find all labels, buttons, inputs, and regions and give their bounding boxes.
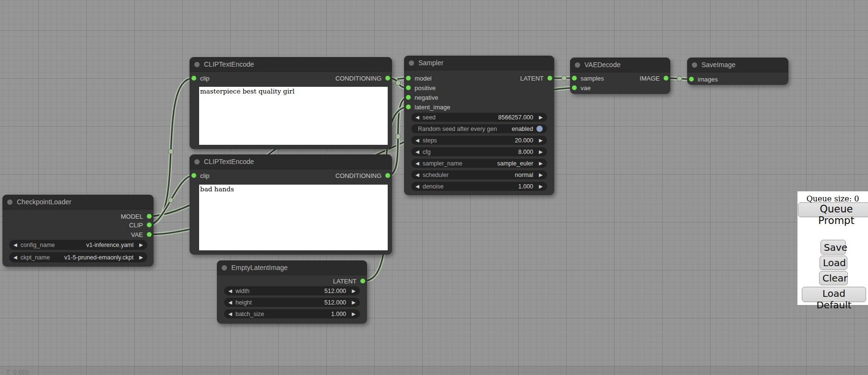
node-title-bar[interactable]: SaveImage <box>687 58 788 72</box>
negative-prompt-textarea[interactable]: bad hands <box>199 185 388 250</box>
increment-arrow-icon[interactable] <box>539 138 543 143</box>
collapse-dot-icon[interactable] <box>575 62 580 68</box>
collapse-dot-icon[interactable] <box>222 265 227 270</box>
widget-label: seed <box>423 114 436 121</box>
positive-prompt-textarea[interactable]: masterpiece best quality girl <box>199 87 388 145</box>
decrement-arrow-icon[interactable] <box>228 288 232 293</box>
widget-scheduler[interactable]: scheduler normal <box>411 170 547 179</box>
input-slot-images[interactable] <box>689 77 694 82</box>
node-clip-text-encode-negative[interactable]: CLIPTextEncode clip CONDITIONING bad han… <box>190 154 392 255</box>
input-slot-negative[interactable] <box>406 95 411 100</box>
link-midpoint-dot <box>677 76 682 81</box>
widget-value: 512.000 <box>324 288 346 294</box>
input-label: images <box>698 76 718 83</box>
decrement-arrow-icon[interactable] <box>416 184 419 189</box>
node-sampler[interactable]: Sampler model LATENT positive negative l… <box>404 56 554 195</box>
input-slot-clip[interactable] <box>191 76 196 81</box>
output-slot-clip[interactable] <box>147 223 152 227</box>
widget-cfg[interactable]: cfg 8.000 <box>411 147 547 156</box>
output-slot-vae[interactable] <box>147 232 152 237</box>
decrement-arrow-icon[interactable] <box>228 311 232 316</box>
slot-row: VAE <box>4 230 152 239</box>
widget-seed[interactable]: seed 8566257.000 <box>411 113 547 122</box>
widget-batch-size[interactable]: batch_size 1.000 <box>224 309 360 318</box>
input-slot-positive[interactable] <box>406 85 411 90</box>
node-title-bar[interactable]: VAEDecode <box>570 58 670 72</box>
toggle-icon[interactable] <box>536 126 543 132</box>
widget-value: sample_euler <box>497 160 533 167</box>
input-label: model <box>415 75 431 82</box>
widget-config-name[interactable]: config_name v1-inference.yaml <box>9 240 147 250</box>
decrement-arrow-icon[interactable] <box>416 161 419 166</box>
node-empty-latent-image[interactable]: EmptyLatentImage LATENT width 512.000 he… <box>217 260 367 324</box>
output-slot-latent[interactable] <box>547 76 552 81</box>
output-label: IMAGE <box>640 75 660 82</box>
increment-arrow-icon[interactable] <box>539 115 543 120</box>
graph-canvas[interactable]: CheckpointLoader MODEL CLIP VAE config_n… <box>0 0 868 375</box>
node-title-bar[interactable]: CheckpointLoader <box>2 195 154 210</box>
collapse-dot-icon[interactable] <box>194 62 200 67</box>
increment-arrow-icon[interactable] <box>352 288 356 293</box>
queue-prompt-button[interactable]: Queue Prompt <box>798 202 868 217</box>
load-button[interactable]: Load <box>820 256 847 270</box>
increment-arrow-icon[interactable] <box>539 161 543 166</box>
slot-row: clip CONDITIONING <box>191 74 390 82</box>
widget-random-seed-toggle[interactable]: Random seed after every gen enabled <box>411 124 547 133</box>
node-title-bar[interactable]: Sampler <box>404 56 554 70</box>
slot-row: positive <box>406 83 552 92</box>
load-default-button[interactable]: Load Default <box>802 287 866 302</box>
widget-height[interactable]: height 512.000 <box>224 298 360 307</box>
slot-row: LATENT <box>219 277 365 285</box>
decrement-arrow-icon[interactable] <box>416 149 419 154</box>
output-slot-conditioning[interactable] <box>385 76 390 81</box>
decrement-arrow-icon[interactable] <box>13 255 17 260</box>
input-slot-vae[interactable] <box>572 85 577 90</box>
increment-arrow-icon[interactable] <box>352 300 356 305</box>
increment-arrow-icon[interactable] <box>539 172 543 177</box>
collapse-dot-icon[interactable] <box>692 62 697 68</box>
decrement-arrow-icon[interactable] <box>228 300 232 305</box>
widget-width[interactable]: width 512.000 <box>224 286 360 295</box>
node-title-bar[interactable]: EmptyLatentImage <box>217 260 367 275</box>
output-slot-latent[interactable] <box>360 279 365 283</box>
increment-arrow-icon[interactable] <box>139 242 143 247</box>
widget-value: v1-5-pruned-emaonly.ckpt <box>64 254 133 261</box>
node-title-bar[interactable]: CLIPTextEncode <box>190 57 392 72</box>
widget-ckpt-name[interactable]: ckpt_name v1-5-pruned-emaonly.ckpt <box>9 252 147 262</box>
increment-arrow-icon[interactable] <box>539 184 543 189</box>
increment-arrow-icon[interactable] <box>139 255 143 260</box>
node-save-image[interactable]: SaveImage images <box>687 58 788 85</box>
output-slot-conditioning[interactable] <box>385 173 390 178</box>
slot-row: CLIP <box>4 221 152 229</box>
collapse-dot-icon[interactable] <box>7 199 12 205</box>
save-button[interactable]: Save <box>820 240 846 255</box>
increment-arrow-icon[interactable] <box>539 149 543 154</box>
input-label: vae <box>581 84 591 92</box>
node-clip-text-encode-positive[interactable]: CLIPTextEncode clip CONDITIONING masterp… <box>190 57 392 149</box>
output-slot-model[interactable] <box>147 214 152 219</box>
widget-label: height <box>236 299 252 306</box>
increment-arrow-icon[interactable] <box>352 311 356 316</box>
node-vae-decode[interactable]: VAEDecode samples IMAGE vae <box>570 58 670 94</box>
node-checkpoint-loader[interactable]: CheckpointLoader MODEL CLIP VAE config_n… <box>2 195 154 267</box>
widget-steps[interactable]: steps 20.000 <box>411 136 547 145</box>
clear-button[interactable]: Clear <box>819 271 848 285</box>
node-title-bar[interactable]: CLIPTextEncode <box>190 154 392 169</box>
input-slot-samples[interactable] <box>572 76 577 81</box>
input-slot-model[interactable] <box>406 76 411 81</box>
decrement-arrow-icon[interactable] <box>416 172 419 177</box>
decrement-arrow-icon[interactable] <box>13 242 17 247</box>
widget-denoise[interactable]: denoise 1.000 <box>411 182 547 191</box>
widget-sampler-name[interactable]: sampler_name sample_euler <box>411 159 547 168</box>
input-slot-clip[interactable] <box>191 173 196 178</box>
collapse-dot-icon[interactable] <box>409 60 414 66</box>
widget-value: 20.000 <box>515 137 533 144</box>
output-slot-image[interactable] <box>664 76 668 81</box>
widget-value: v1-inference.yaml <box>86 242 134 248</box>
slot-row: MODEL <box>4 212 152 221</box>
collapse-dot-icon[interactable] <box>194 159 200 164</box>
decrement-arrow-icon[interactable] <box>416 138 419 143</box>
widget-label: batch_size <box>236 311 264 317</box>
input-slot-latent-image[interactable] <box>406 105 411 109</box>
decrement-arrow-icon[interactable] <box>416 115 419 120</box>
